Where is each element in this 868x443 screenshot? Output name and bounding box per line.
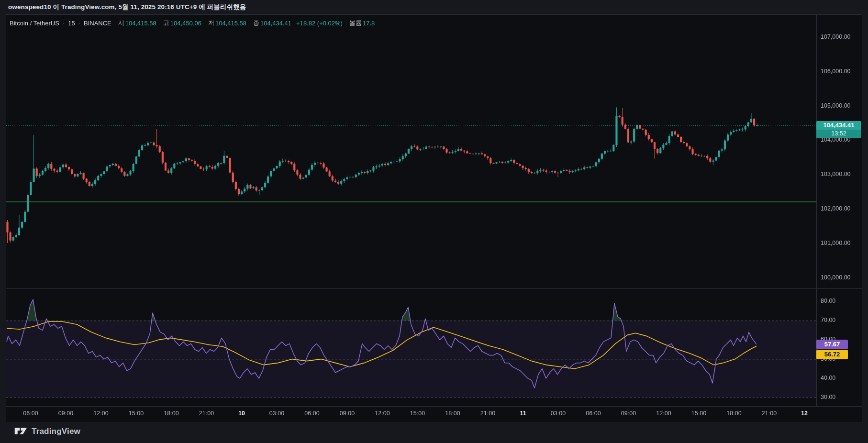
time-axis-label: 21:00: [762, 410, 777, 417]
low-value: 104,415.58: [215, 20, 246, 27]
time-axis-label: 12:00: [375, 410, 389, 417]
tradingview-brand-text[interactable]: TradingView: [32, 427, 80, 436]
time-axis-label: 03:00: [551, 410, 566, 417]
last-price-badge: 104,434.41 13:52: [816, 121, 861, 138]
time-axis-label: 06:00: [23, 410, 38, 417]
time-axis-label: 06:00: [586, 410, 601, 417]
time-axis-label: 18:00: [164, 410, 178, 417]
rsi-ma-value-badge: 56.72: [816, 350, 848, 359]
open-value: 104,415.58: [125, 20, 156, 27]
price-axis-label: 107,000.00: [821, 33, 851, 40]
publish-info-text: owenspeed10 이 TradingView.com, 5월 11, 20…: [8, 3, 246, 11]
time-axis-label: 12:00: [656, 410, 671, 417]
time-axis-label: 15:00: [691, 410, 706, 417]
high-label: 고: [163, 19, 169, 27]
time-axis-label: 21:00: [480, 410, 495, 417]
time-axis-label: 18:00: [445, 410, 460, 417]
time-axis-label: 09:00: [340, 410, 355, 417]
open-label: 시: [118, 19, 124, 27]
time-axis-day-label: 12: [801, 410, 808, 417]
price-axis-label: 105,000.00: [821, 102, 851, 109]
tradingview-logo-icon: [14, 426, 27, 436]
last-price-value: 104,434.41: [816, 121, 861, 130]
legend-separator: ·: [78, 20, 80, 27]
price-axis-label: 103,000.00: [821, 171, 851, 177]
time-axis-label: 12:00: [93, 410, 108, 417]
symbol-legend[interactable]: Bitcoin / TetherUS · 15 · BINANCE 시 104,…: [10, 19, 375, 27]
time-axis-label: 21:00: [199, 410, 214, 417]
time-axis-label: 06:00: [304, 410, 319, 417]
chart-frame: Bitcoin / TetherUS · 15 · BINANCE 시 104,…: [6, 14, 861, 421]
time-axis-day-label: 11: [520, 410, 526, 417]
footer: TradingView: [14, 426, 80, 436]
legend-separator: ·: [63, 20, 65, 27]
rsi-axis-label: 70.00: [821, 317, 835, 323]
bar-countdown: 13:52: [816, 130, 861, 138]
high-value: 104,450.06: [170, 20, 201, 27]
rsi-axis-label: 30.00: [821, 394, 835, 400]
time-axis-day-label: 10: [238, 410, 245, 417]
close-value: 104,434.41: [260, 20, 291, 27]
rsi-axis-label: 40.00: [821, 375, 835, 381]
close-label: 종: [253, 19, 259, 27]
volume-value: 17.8: [363, 20, 375, 27]
symbol-name[interactable]: Bitcoin / TetherUS: [10, 20, 59, 27]
time-axis-label: 15:00: [410, 410, 425, 417]
time-axis-label: 09:00: [621, 410, 636, 417]
publish-bar: owenspeed10 이 TradingView.com, 5월 11, 20…: [0, 0, 868, 14]
rsi-value-badge: 57.67: [816, 340, 848, 349]
price-axis-label: 106,000.00: [821, 68, 851, 75]
change-value: +18.82 (+0.02%): [296, 20, 343, 27]
volume-label: 볼륨: [349, 19, 362, 27]
time-axis-label: 03:00: [269, 410, 284, 417]
price-axis-label: 102,000.00: [821, 205, 851, 212]
symbol-interval[interactable]: 15: [68, 20, 75, 27]
low-label: 저: [208, 19, 214, 27]
tradingview-published-chart: owenspeed10 이 TradingView.com, 5월 11, 20…: [0, 0, 868, 443]
rsi-axis-label: 80.00: [821, 298, 835, 304]
price-axis-label: 100,000.00: [821, 274, 851, 281]
time-axis-label: 15:00: [129, 410, 144, 417]
time-axis-label: 18:00: [726, 410, 741, 417]
time-axis-label: 09:00: [58, 410, 73, 417]
symbol-exchange[interactable]: BINANCE: [84, 20, 111, 27]
price-chart-canvas[interactable]: [6, 15, 862, 422]
price-axis-label: 101,000.00: [821, 240, 851, 246]
